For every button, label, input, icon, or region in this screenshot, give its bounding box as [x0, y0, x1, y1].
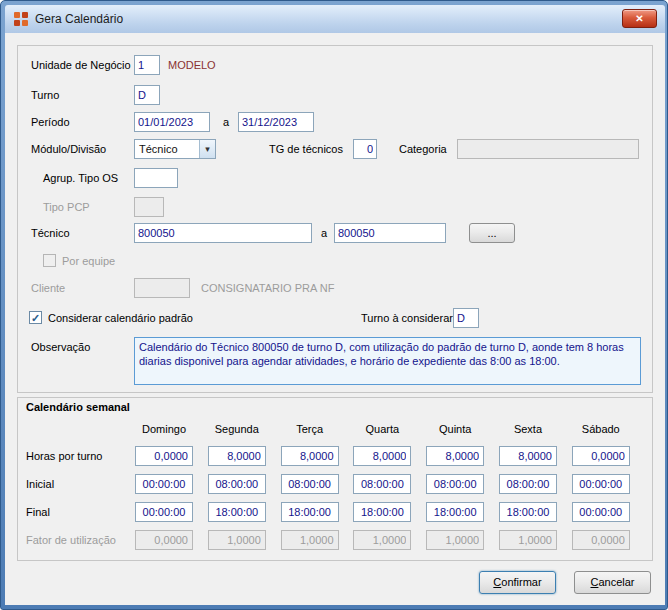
final-input[interactable]: [208, 502, 266, 522]
inicial-input[interactable]: [208, 474, 266, 494]
cliente-description: CONSIGNATARIO PRA NF: [201, 278, 334, 298]
agrup-tipo-os-label: Agrup. Tipo OS: [43, 168, 118, 188]
observacao-label: Observação: [31, 337, 90, 357]
por-equipe-label: Por equipe: [62, 251, 115, 271]
periodo-separator: a: [223, 112, 229, 132]
inicial-input[interactable]: [572, 474, 630, 494]
horas-input[interactable]: [426, 446, 484, 466]
horas-input[interactable]: [281, 446, 339, 466]
day-header: Sexta: [499, 423, 557, 435]
inicial-input[interactable]: [499, 474, 557, 494]
horas-input[interactable]: [135, 446, 193, 466]
categoria-label: Categoria: [399, 139, 447, 159]
day-header: Quinta: [426, 423, 484, 435]
fator-input: [499, 530, 557, 550]
day-header: Terça: [281, 423, 339, 435]
close-button[interactable]: ✕: [622, 9, 657, 28]
fator-input: [572, 530, 630, 550]
tipo-pcp-label: Tipo PCP: [43, 197, 90, 217]
final-input[interactable]: [281, 502, 339, 522]
horas-input[interactable]: [572, 446, 630, 466]
window-title: Gera Calendário: [35, 5, 123, 33]
periodo-end-input[interactable]: [238, 112, 314, 132]
final-input[interactable]: [572, 502, 630, 522]
confirmar-button-label: Confirmar: [480, 572, 555, 593]
turno-input[interactable]: [134, 85, 160, 105]
tg-tecnicos-input[interactable]: [353, 139, 377, 159]
fator-input: [208, 530, 266, 550]
fator-utilizacao-label: Fator de utilização: [26, 534, 135, 546]
considerar-padrao-checkbox[interactable]: ✓: [29, 311, 42, 324]
horas-por-turno-label: Horas por turno: [26, 450, 135, 462]
fator-input: [135, 530, 193, 550]
horas-input[interactable]: [353, 446, 411, 466]
tecnico-browse-button[interactable]: ...: [469, 223, 515, 243]
cliente-label: Cliente: [31, 278, 65, 298]
calendar-grid-icon: [13, 11, 29, 27]
final-label: Final: [26, 506, 135, 518]
inicial-input[interactable]: [353, 474, 411, 494]
modulo-divisao-label: Módulo/Divisão: [31, 139, 106, 159]
modulo-divisao-value: Técnico: [139, 140, 178, 158]
modulo-divisao-select[interactable]: Técnico ▾: [134, 139, 216, 159]
weekly-calendar-title: Calendário semanal: [26, 401, 130, 413]
weekly-calendar-panel: Calendário semanal Domingo Segunda Terça…: [17, 397, 653, 561]
unidade-negocio-description: MODELO: [168, 55, 216, 75]
fator-input: [353, 530, 411, 550]
final-input[interactable]: [499, 502, 557, 522]
weekly-calendar-grid: Domingo Segunda Terça Quarta Quinta Sext…: [26, 416, 645, 554]
day-header: Sábado: [572, 423, 630, 435]
cancelar-button[interactable]: Cancelar: [574, 571, 651, 594]
inicial-input[interactable]: [135, 474, 193, 494]
turno-considerar-label: Turno à considerar: [361, 308, 453, 328]
tecnico-end-input[interactable]: [334, 223, 446, 243]
observacao-textarea[interactable]: Calendário do Técnico 800050 de turno D,…: [134, 337, 641, 385]
tipo-pcp-input: [134, 197, 164, 217]
turno-considerar-input[interactable]: [453, 308, 479, 328]
tg-tecnicos-label: TG de técnicos: [269, 139, 343, 159]
final-input[interactable]: [135, 502, 193, 522]
tecnico-start-input[interactable]: [134, 223, 312, 243]
day-header: Segunda: [208, 423, 266, 435]
final-input[interactable]: [353, 502, 411, 522]
cliente-input: [134, 278, 190, 298]
periodo-start-input[interactable]: [134, 112, 210, 132]
fator-input: [426, 530, 484, 550]
cancelar-button-label: Cancelar: [575, 572, 650, 593]
por-equipe-checkbox: [43, 254, 56, 267]
inicial-input[interactable]: [426, 474, 484, 494]
title-bar[interactable]: Gera Calendário ✕: [5, 5, 665, 33]
chevron-down-icon: ▾: [199, 140, 215, 158]
inicial-input[interactable]: [281, 474, 339, 494]
agrup-tipo-os-input[interactable]: [134, 168, 178, 188]
considerar-padrao-label: Considerar calendário padrão: [48, 308, 193, 328]
tecnico-label: Técnico: [31, 223, 70, 243]
fator-input: [281, 530, 339, 550]
final-input[interactable]: [426, 502, 484, 522]
dialog-window: Gera Calendário ✕ Unidade de Negócio MOD…: [0, 0, 668, 610]
unidade-negocio-input[interactable]: [134, 55, 160, 75]
check-icon: ✓: [31, 312, 40, 324]
horas-input[interactable]: [208, 446, 266, 466]
periodo-label: Período: [31, 112, 70, 132]
unidade-negocio-label: Unidade de Negócio: [31, 55, 131, 75]
turno-label: Turno: [31, 85, 59, 105]
day-header: Domingo: [135, 423, 193, 435]
close-icon: ✕: [635, 13, 643, 24]
confirmar-button[interactable]: Confirmar: [479, 571, 556, 594]
horas-input[interactable]: [499, 446, 557, 466]
tecnico-separator: a: [321, 223, 327, 243]
inicial-label: Inicial: [26, 478, 135, 490]
day-header: Quarta: [353, 423, 411, 435]
categoria-input: [457, 139, 639, 159]
